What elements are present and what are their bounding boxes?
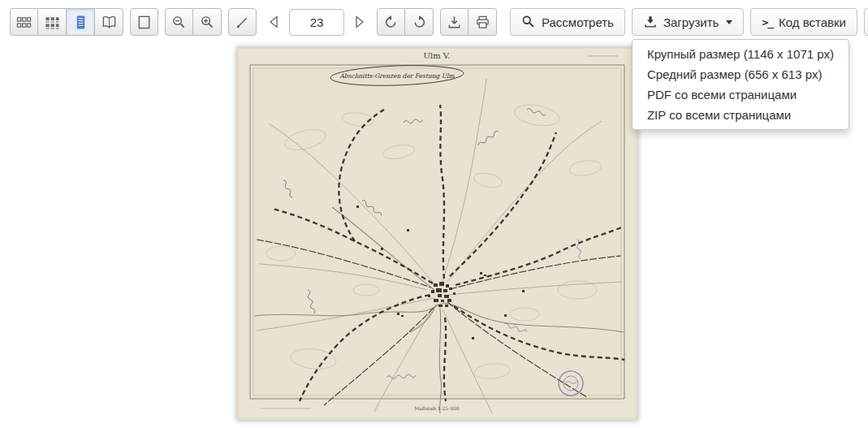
print-button[interactable]	[469, 8, 497, 36]
map-heading-text: Abschnitts-Grenzen der Festung Ulm	[339, 72, 455, 80]
main-toolbar: Рассмотреть Загрузить Крупный размер (11…	[10, 8, 858, 36]
menu-item-large-size[interactable]: Крупный размер (1146 x 1071 px)	[633, 44, 849, 64]
download-icon	[643, 15, 658, 29]
search-icon	[521, 15, 536, 29]
rotate-left-button[interactable]	[377, 8, 405, 36]
open-book-icon	[101, 15, 117, 30]
download-dropdown-menu: Крупный размер (1146 x 1071 px) Средний …	[632, 39, 849, 130]
download-button-label: Загрузить	[663, 15, 719, 29]
rotate-right-icon	[412, 15, 427, 30]
rotate-group	[377, 8, 434, 36]
embed-button-label: Код вставки	[779, 15, 846, 29]
zoom-out-icon	[171, 15, 187, 30]
review-button-label: Рассмотреть	[542, 15, 614, 29]
thumbnails-small-view-button[interactable]	[10, 8, 38, 36]
line-tool-button[interactable]	[228, 8, 257, 36]
zoom-in-icon	[200, 15, 215, 30]
menu-item-medium-size[interactable]: Средний размер (656 x 613 px)	[633, 64, 849, 84]
download-menu-button[interactable]: Загрузить	[632, 8, 745, 36]
next-page-icon	[351, 14, 367, 30]
page-navigation	[263, 8, 370, 36]
caret-down-icon	[726, 20, 732, 24]
zoom-in-button[interactable]	[193, 8, 222, 36]
line-tool-group	[228, 8, 257, 36]
page-number-input[interactable]	[289, 9, 344, 36]
thumbnails-captions-icon	[45, 15, 60, 30]
embed-code-button[interactable]: >_ Код вставки	[750, 8, 857, 36]
draw-line-icon	[235, 15, 250, 30]
review-button[interactable]: Рассмотреть	[510, 8, 625, 36]
view-mode-group	[10, 8, 123, 36]
prev-page-icon	[266, 14, 283, 30]
zoom-group	[165, 8, 222, 36]
download-page-icon	[447, 15, 462, 30]
single-page-icon	[136, 15, 152, 30]
single-page-view-button[interactable]	[130, 8, 158, 36]
rotate-left-icon	[383, 15, 399, 30]
single-page-group	[130, 8, 158, 36]
edit-button[interactable]	[864, 8, 868, 36]
book-view-button[interactable]	[95, 8, 123, 36]
map-title: Ulm V.	[424, 51, 451, 60]
map-scan: Ulm V.	[236, 46, 638, 420]
output-group	[440, 8, 497, 36]
scroll-page-icon	[73, 15, 89, 30]
menu-item-pdf-all-pages[interactable]: PDF со всеми страницами	[633, 84, 849, 105]
thumbnails-grid-icon	[16, 15, 32, 30]
embed-code-icon: >_	[762, 16, 773, 28]
map-scale-note: Maßstab 1:25 000	[414, 405, 460, 411]
menu-item-zip-all-pages[interactable]: ZIP со всеми страницами	[633, 105, 849, 125]
scroll-view-button[interactable]	[67, 8, 95, 36]
next-page-button[interactable]	[348, 8, 370, 36]
document-page[interactable]: Ulm V.	[236, 46, 638, 420]
thumbnails-captions-view-button[interactable]	[38, 8, 67, 36]
prev-page-button[interactable]	[263, 8, 286, 36]
printer-icon	[475, 15, 490, 30]
zoom-out-button[interactable]	[165, 8, 193, 36]
download-menu-wrap: Загрузить Крупный размер (1146 x 1071 px…	[632, 8, 745, 36]
download-page-button[interactable]	[440, 8, 469, 36]
rotate-right-button[interactable]	[405, 8, 434, 36]
